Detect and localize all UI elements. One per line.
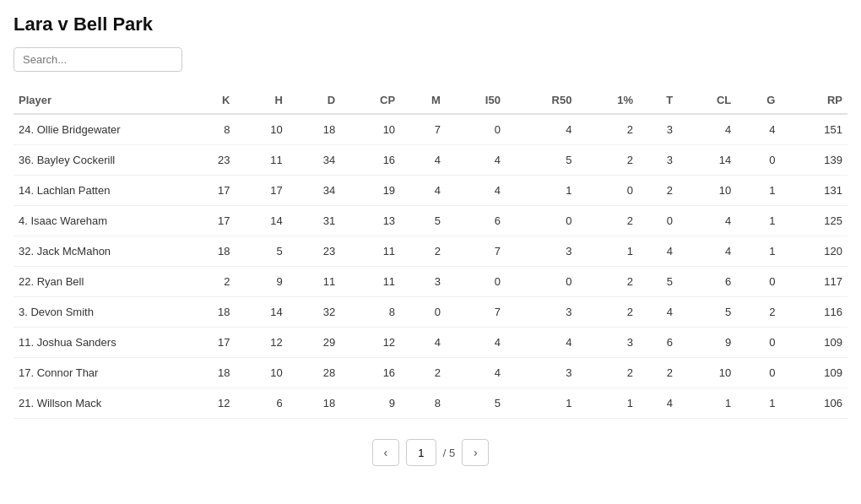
stat-cell: 4: [736, 114, 780, 145]
stat-cell: 6: [446, 206, 506, 236]
stat-cell: 34: [288, 176, 340, 206]
table-row: 32. Jack McMahon18523112731441120: [14, 236, 847, 267]
search-container: [14, 47, 847, 72]
col-header-1pct: 1%: [577, 87, 638, 114]
player-name: 22. Ryan Bell: [14, 267, 182, 297]
stat-cell: 1: [736, 236, 780, 267]
col-header-i50: I50: [446, 87, 506, 114]
table-row: 17. Connor Thar1810281624322100109: [14, 358, 847, 388]
stat-cell: 31: [288, 206, 340, 236]
stat-cell: 1: [736, 388, 780, 419]
stat-cell: 131: [780, 176, 847, 206]
stat-cell: 2: [182, 267, 235, 297]
stat-cell: 10: [235, 358, 287, 388]
stat-cell: 3: [638, 114, 678, 145]
player-name: 36. Bayley Cockerill: [14, 145, 182, 176]
stat-cell: 7: [400, 114, 446, 145]
stat-cell: 10: [235, 114, 287, 145]
table-body: 24. Ollie Bridgewater8101810704234415136…: [14, 114, 847, 419]
stat-cell: 4: [678, 114, 736, 145]
col-header-r50: R50: [506, 87, 577, 114]
stat-cell: 4: [638, 236, 678, 267]
stat-cell: 11: [235, 145, 287, 176]
table-row: 3. Devon Smith18143280732452116: [14, 297, 847, 328]
stat-cell: 18: [182, 358, 235, 388]
stat-cell: 11: [288, 267, 340, 297]
stat-cell: 12: [235, 328, 287, 358]
stat-cell: 8: [340, 297, 400, 328]
stat-cell: 0: [506, 206, 577, 236]
stat-cell: 0: [400, 297, 446, 328]
stat-cell: 14: [235, 206, 287, 236]
table-row: 4. Isaac Wareham171431135602041125: [14, 206, 847, 236]
stat-cell: 2: [577, 358, 638, 388]
stat-cell: 12: [340, 328, 400, 358]
stat-cell: 2: [577, 267, 638, 297]
stat-cell: 116: [780, 297, 847, 328]
stat-cell: 4: [506, 328, 577, 358]
prev-page-button[interactable]: ‹: [372, 439, 399, 466]
stat-cell: 1: [577, 236, 638, 267]
col-header-cp: CP: [340, 87, 400, 114]
stat-cell: 117: [780, 267, 847, 297]
stat-cell: 29: [288, 328, 340, 358]
stat-cell: 2: [638, 176, 678, 206]
stat-cell: 18: [182, 297, 235, 328]
stat-cell: 17: [182, 176, 235, 206]
stat-cell: 11: [340, 267, 400, 297]
stat-cell: 8: [182, 114, 235, 145]
stat-cell: 23: [182, 145, 235, 176]
stat-cell: 9: [678, 328, 736, 358]
player-name: 14. Lachlan Patten: [14, 176, 182, 206]
player-name: 32. Jack McMahon: [14, 236, 182, 267]
stat-cell: 1: [736, 176, 780, 206]
stat-cell: 0: [736, 267, 780, 297]
stat-cell: 0: [638, 206, 678, 236]
stat-cell: 0: [446, 114, 506, 145]
stat-cell: 4: [446, 328, 506, 358]
stat-cell: 18: [288, 114, 340, 145]
stat-cell: 0: [736, 145, 780, 176]
stat-cell: 3: [506, 236, 577, 267]
stat-cell: 10: [678, 176, 736, 206]
stats-table: PlayerKHDCPMI50R501%TCLGRP 24. Ollie Bri…: [14, 87, 847, 419]
col-header-rp: RP: [780, 87, 847, 114]
stat-cell: 4: [446, 358, 506, 388]
table-row: 21. Willson Mack1261898511411106: [14, 388, 847, 419]
stat-cell: 2: [577, 297, 638, 328]
stat-cell: 17: [182, 206, 235, 236]
stat-cell: 4: [506, 114, 577, 145]
stat-cell: 23: [288, 236, 340, 267]
stat-cell: 4: [400, 328, 446, 358]
page-number-input[interactable]: [406, 439, 436, 466]
stat-cell: 1: [736, 206, 780, 236]
stat-cell: 1: [506, 388, 577, 419]
stat-cell: 0: [736, 328, 780, 358]
col-header-g: G: [736, 87, 780, 114]
stat-cell: 28: [288, 358, 340, 388]
stat-cell: 3: [506, 358, 577, 388]
stat-cell: 120: [780, 236, 847, 267]
stat-cell: 18: [288, 388, 340, 419]
stat-cell: 7: [446, 297, 506, 328]
stat-cell: 2: [577, 114, 638, 145]
stat-cell: 10: [340, 114, 400, 145]
stat-cell: 5: [235, 236, 287, 267]
stat-cell: 3: [577, 328, 638, 358]
stat-cell: 6: [638, 328, 678, 358]
stat-cell: 34: [288, 145, 340, 176]
stat-cell: 6: [235, 388, 287, 419]
next-page-button[interactable]: ›: [462, 439, 489, 466]
stat-cell: 2: [638, 358, 678, 388]
stat-cell: 32: [288, 297, 340, 328]
stat-cell: 3: [400, 267, 446, 297]
stat-cell: 4: [446, 145, 506, 176]
search-input[interactable]: [14, 47, 182, 72]
stat-cell: 2: [577, 145, 638, 176]
stat-cell: 17: [182, 328, 235, 358]
col-header-t: T: [638, 87, 678, 114]
page-total: / 5: [443, 447, 455, 459]
stat-cell: 5: [638, 267, 678, 297]
stat-cell: 12: [182, 388, 235, 419]
stat-cell: 151: [780, 114, 847, 145]
